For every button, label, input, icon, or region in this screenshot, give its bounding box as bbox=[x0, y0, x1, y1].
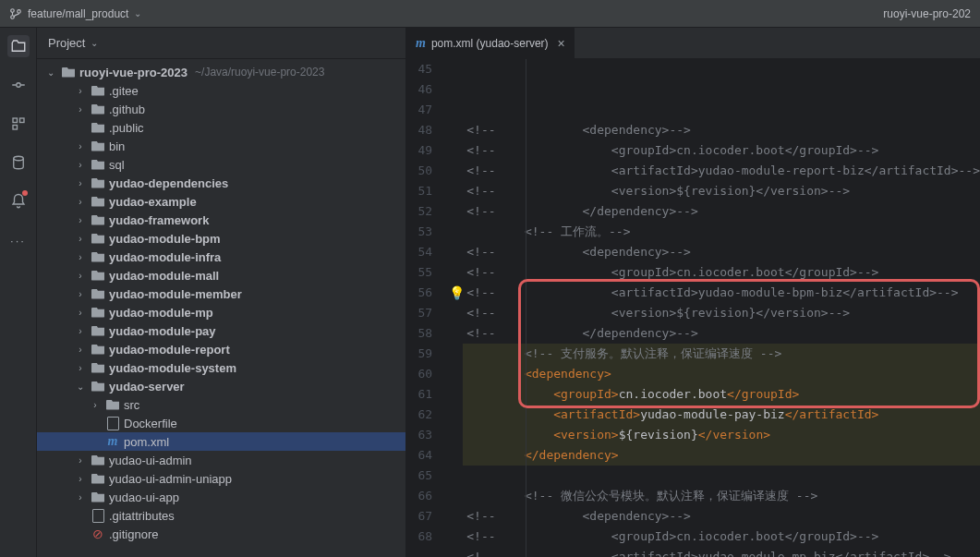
branch-name: feature/mall_product bbox=[28, 7, 128, 20]
code-line[interactable]: </dependency> bbox=[463, 445, 980, 466]
tree-item[interactable]: ›yudao-module-member bbox=[37, 285, 405, 303]
tree-item[interactable]: .gitignore bbox=[37, 525, 405, 543]
tree-item-label: yudao-example bbox=[109, 195, 197, 209]
code-line[interactable]: <!-- </dependency>--> bbox=[463, 323, 980, 344]
line-number: 48 bbox=[406, 120, 432, 140]
git-branch-selector[interactable]: feature/mall_product ⌄ bbox=[9, 7, 141, 20]
code-line[interactable]: <!-- <artifactId>yudao-module-mp-biz</ar… bbox=[463, 547, 980, 557]
expand-arrow-icon: › bbox=[74, 141, 87, 151]
tree-item[interactable]: ›yudao-module-system bbox=[37, 358, 405, 377]
tree-item-label: yudao-module-system bbox=[109, 361, 236, 375]
code-line[interactable]: <!-- <groupId>cn.iocoder.boot</groupId>-… bbox=[463, 527, 980, 547]
tree-item-label: bin bbox=[109, 139, 125, 153]
expand-arrow-icon: › bbox=[74, 234, 87, 244]
code-line[interactable]: <!-- <groupId>cn.iocoder.boot</groupId>-… bbox=[463, 140, 980, 161]
folder-icon bbox=[91, 157, 105, 172]
database-tool-icon[interactable] bbox=[7, 151, 30, 174]
code-line[interactable]: <!-- <artifactId>yudao-module-bpm-biz</a… bbox=[463, 283, 980, 303]
tree-item[interactable]: ⌄yudao-server bbox=[37, 377, 405, 395]
line-number: 46 bbox=[406, 79, 432, 100]
tree-item-label: .github bbox=[109, 103, 145, 116]
code-line[interactable]: <!-- <dependency>--> bbox=[463, 506, 980, 527]
tree-item[interactable]: ›yudao-module-pay bbox=[37, 321, 405, 340]
folder-icon bbox=[91, 323, 105, 338]
folder-icon bbox=[91, 212, 105, 227]
line-number: 63 bbox=[406, 425, 432, 445]
tree-item-label: Dockerfile bbox=[124, 417, 177, 430]
tree-item[interactable]: ›bin bbox=[37, 137, 405, 155]
close-icon[interactable]: × bbox=[558, 36, 565, 51]
tree-item-label: yudao-module-mp bbox=[109, 306, 213, 320]
line-number: 56 bbox=[406, 283, 432, 303]
tree-item[interactable]: ›yudao-ui-admin bbox=[37, 451, 405, 469]
tree-item[interactable]: ›yudao-example bbox=[37, 192, 405, 211]
project-tree[interactable]: ⌄ruoyi-vue-pro-2023~/Java/ruoyi-vue-pro-… bbox=[37, 59, 405, 557]
folder-icon bbox=[91, 139, 105, 153]
svg-rect-5 bbox=[19, 118, 24, 123]
code-line[interactable]: <!-- <groupId>cn.iocoder.boot</groupId>-… bbox=[463, 262, 980, 283]
tree-item[interactable]: ›yudao-module-bpm bbox=[37, 229, 405, 248]
tree-item[interactable]: .gitattributes bbox=[37, 506, 405, 525]
expand-arrow-icon: ⌄ bbox=[74, 381, 87, 392]
tree-item[interactable]: .public bbox=[37, 118, 405, 137]
commit-tool-icon[interactable] bbox=[7, 74, 30, 96]
folder-icon bbox=[91, 471, 105, 486]
folder-icon bbox=[91, 194, 105, 209]
code-line[interactable]: <artifactId>yudao-module-pay-biz</artifa… bbox=[463, 405, 980, 425]
tree-item[interactable]: ›yudao-framework bbox=[37, 211, 405, 229]
tree-item[interactable]: ›sql bbox=[37, 155, 405, 174]
tab-pom-xml[interactable]: m pom.xml (yudao-server) × bbox=[406, 28, 575, 58]
tree-item[interactable]: ›.github bbox=[37, 100, 405, 118]
code-line[interactable]: <!-- 微信公众号模块。默认注释，保证编译速度 --> bbox=[463, 486, 980, 506]
code-line[interactable]: <groupId>cn.iocoder.boot</groupId> bbox=[463, 384, 980, 405]
tree-item[interactable]: ›.gitee bbox=[37, 81, 405, 100]
svg-point-2 bbox=[18, 9, 21, 13]
structure-tool-icon[interactable] bbox=[7, 113, 30, 135]
tree-item[interactable]: mpom.xml bbox=[37, 432, 405, 451]
tree-item[interactable]: ›yudao-module-mall bbox=[37, 266, 405, 285]
tool-sidebar: ··· bbox=[0, 28, 37, 557]
code-content[interactable]: <!-- <dependency>--><!-- <groupId>cn.ioc… bbox=[463, 59, 980, 557]
line-number: 47 bbox=[406, 100, 432, 120]
folder-icon bbox=[91, 176, 105, 190]
more-tool-icon[interactable]: ··· bbox=[7, 229, 30, 251]
notifications-tool-icon[interactable] bbox=[7, 190, 30, 212]
tree-item[interactable]: ›src bbox=[37, 395, 405, 414]
tree-item[interactable]: Dockerfile bbox=[37, 414, 405, 432]
file-icon bbox=[105, 416, 120, 430]
sidebar-header[interactable]: Project ⌄ bbox=[37, 28, 405, 59]
code-line[interactable]: <dependency> bbox=[463, 364, 980, 384]
tree-item[interactable]: ›yudao-module-report bbox=[37, 340, 405, 358]
expand-arrow-icon: › bbox=[74, 178, 87, 188]
code-line[interactable]: <!-- 支付服务。默认注释，保证编译速度 --> bbox=[463, 344, 980, 364]
tree-item[interactable]: ›yudao-ui-admin-uniapp bbox=[37, 469, 405, 488]
tree-item-label: yudao-dependencies bbox=[109, 176, 228, 190]
tree-item[interactable]: ›yudao-dependencies bbox=[37, 174, 405, 192]
code-line[interactable]: <!-- 工作流。--> bbox=[463, 222, 980, 242]
chevron-down-icon: ⌄ bbox=[91, 38, 98, 48]
code-line[interactable]: <!-- <artifactId>yudao-module-report-biz… bbox=[463, 161, 980, 181]
folder-icon bbox=[91, 379, 105, 394]
code-line[interactable]: <!-- <version>${revision}</version>--> bbox=[463, 181, 980, 201]
code-editor[interactable]: 4546474849505152535455565758596061626364… bbox=[406, 59, 980, 557]
tree-root[interactable]: ⌄ruoyi-vue-pro-2023~/Java/ruoyi-vue-pro-… bbox=[37, 63, 405, 81]
tree-item[interactable]: ›yudao-module-mp bbox=[37, 303, 405, 321]
line-number: 51 bbox=[406, 181, 432, 201]
folder-icon bbox=[91, 360, 105, 375]
line-number: 45 bbox=[406, 59, 432, 79]
code-line[interactable]: <!-- <dependency>--> bbox=[463, 120, 980, 140]
line-number: 65 bbox=[406, 466, 432, 486]
main-area: ··· Project ⌄ ⌄ruoyi-vue-pro-2023~/Java/… bbox=[0, 28, 980, 557]
code-line[interactable]: <version>${revision}</version> bbox=[463, 425, 980, 445]
project-tool-icon[interactable] bbox=[7, 35, 30, 57]
code-line[interactable]: <!-- <version>${revision}</version>--> bbox=[463, 303, 980, 323]
line-number: 49 bbox=[406, 140, 432, 161]
tree-item[interactable]: ›yudao-ui-app bbox=[37, 488, 405, 506]
code-line[interactable]: <!-- </dependency>--> bbox=[463, 201, 980, 222]
code-line[interactable] bbox=[463, 466, 980, 486]
svg-rect-6 bbox=[13, 126, 18, 130]
code-line[interactable]: <!-- <dependency>--> bbox=[463, 242, 980, 262]
tree-item-label: sql bbox=[109, 158, 125, 172]
tree-item[interactable]: ›yudao-module-infra bbox=[37, 248, 405, 266]
folder-icon bbox=[105, 397, 120, 412]
